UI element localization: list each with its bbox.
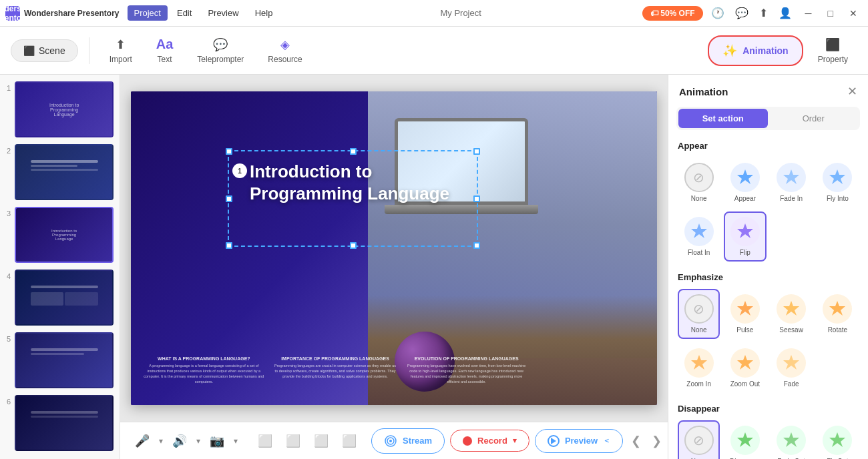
record-button[interactable]: Record ▾ — [450, 430, 529, 452]
svg-marker-5 — [829, 169, 845, 184]
camera-chevron-icon[interactable]: ▾ — [234, 436, 238, 446]
svg-point-2 — [389, 440, 392, 442]
record-chevron-icon: ▾ — [513, 436, 517, 445]
slide-item-3[interactable]: 3 Introduction toProgrammingLanguage — [5, 205, 114, 264]
resource-icon: ◈ — [280, 37, 290, 52]
emphasize-none-label: None — [691, 326, 707, 334]
emphasize-zoom-out-label: Zoom Out — [730, 380, 760, 388]
speaker-chevron-icon[interactable]: ▾ — [196, 436, 200, 446]
record-label: Record — [477, 436, 507, 446]
appear-float-in[interactable]: Float In — [678, 211, 720, 262]
slide-thumb-content-2 — [16, 145, 112, 199]
svg-marker-12 — [737, 355, 753, 370]
emphasize-none[interactable]: ⊘ None — [678, 289, 720, 339]
disappear-section-title: Disappear — [678, 404, 859, 414]
tab-set-action[interactable]: Set action — [678, 109, 768, 128]
menu-help[interactable]: Help — [248, 5, 280, 21]
slide-item-6[interactable]: 6 — [5, 394, 114, 452]
mic-chevron-icon[interactable]: ▾ — [159, 436, 163, 446]
emphasize-pulse[interactable]: Pulse — [724, 289, 766, 339]
property-button[interactable]: ⬛ Property — [809, 32, 857, 69]
nav-prev-button[interactable]: ❮ — [628, 431, 644, 451]
emphasize-fade[interactable]: Fade — [771, 343, 813, 393]
menu-preview[interactable]: Preview — [201, 5, 245, 21]
animation-button[interactable]: ✨ Animation — [708, 35, 803, 66]
slide-thumb-4 — [15, 270, 114, 326]
chat-icon[interactable]: 💬 — [732, 4, 751, 22]
preview-icon — [548, 435, 560, 447]
maximize-button[interactable]: □ — [823, 5, 839, 21]
emphasize-rotate[interactable]: Rotate — [817, 289, 859, 339]
promo-button[interactable]: 🏷 50% OFF — [642, 6, 703, 21]
appear-none[interactable]: ⊘ None — [678, 157, 720, 207]
col3-heading: Evolution of programming languages — [404, 356, 529, 361]
main-content: 1 Introduction toProgrammingLanguage 2 — [0, 75, 868, 459]
minimize-button[interactable]: ─ — [800, 5, 817, 21]
disappear-none[interactable]: ⊘ None — [678, 420, 720, 459]
mic-button[interactable]: 🎤 — [131, 431, 154, 451]
speaker-button[interactable]: 🔊 — [168, 431, 191, 451]
slide-num-6: 6 — [7, 398, 11, 406]
toolbar-text[interactable]: Aa Text — [147, 31, 183, 69]
appear-fly-into[interactable]: Fly Into — [817, 157, 859, 207]
slide-content-columns: What is a programming language? A progra… — [142, 356, 529, 385]
layout-button-1[interactable]: ⬜ — [254, 431, 276, 451]
close-button[interactable]: ✕ — [844, 5, 863, 21]
text-label: Text — [158, 55, 172, 64]
menu-edit[interactable]: Edit — [170, 5, 198, 21]
appear-fade-in[interactable]: Fade In — [771, 157, 813, 207]
nav-next-button[interactable]: ❯ — [649, 431, 664, 451]
slide-canvas[interactable]: 1 Introduction to Programming Language W… — [131, 91, 657, 405]
preview-button[interactable]: Preview ＜ — [535, 429, 623, 453]
slide-thumb-content-6 — [16, 396, 112, 450]
layout-button-4[interactable]: ⬜ — [338, 431, 361, 451]
emphasize-zoom-in[interactable]: Zoom In — [678, 343, 720, 393]
import-icon: ⬆ — [116, 37, 126, 52]
camera-button[interactable]: 📷 — [206, 431, 228, 451]
project-title: My Project — [282, 8, 640, 18]
slide-item-5[interactable]: 5 — [5, 331, 114, 390]
toolbar-import[interactable]: ⬆ Import — [100, 32, 142, 69]
scene-icon: ⬛ — [23, 45, 35, 56]
appear-appear[interactable]: Appear — [724, 157, 766, 207]
emphasize-pulse-icon — [730, 294, 760, 324]
emphasize-zoom-in-icon — [684, 348, 714, 378]
appear-fly-into-icon — [823, 163, 852, 192]
disappear-disappear[interactable]: Disappear — [724, 420, 766, 459]
emphasize-section-title: Emphasize — [678, 272, 859, 282]
toolbar-resource[interactable]: ◈ Resource — [258, 32, 311, 69]
account-icon[interactable]: 👤 — [776, 4, 795, 22]
stream-button[interactable]: Stream — [371, 428, 445, 454]
slide-title-line1: Introduction to — [250, 161, 449, 183]
slide-item-1[interactable]: 1 Introduction toProgrammingLanguage — [5, 80, 114, 139]
emphasize-seesaw[interactable]: Seesaw — [771, 289, 813, 339]
tab-order[interactable]: Order — [769, 109, 859, 128]
appear-flip[interactable]: Flip — [724, 211, 766, 262]
layout-button-3[interactable]: ⬜ — [310, 431, 333, 451]
col2-heading: Importance of programming languages — [273, 356, 398, 361]
toolbar-teleprompter[interactable]: 💬 Teleprompter — [188, 32, 253, 69]
scene-button[interactable]: ⬛ Scene — [11, 39, 78, 62]
appear-flip-label: Flip — [740, 249, 750, 256]
share-icon[interactable]: ⬆ — [756, 4, 771, 22]
emphasize-grid: ⊘ None Pulse Seesaw — [678, 289, 859, 393]
animation-label: Animation — [742, 45, 788, 56]
slide-num-2: 2 — [7, 147, 11, 155]
menu-project[interactable]: Project — [128, 5, 168, 21]
slide-item-4[interactable]: 4 — [5, 268, 114, 327]
panel-close-button[interactable]: ✕ — [847, 84, 857, 99]
disappear-none-icon: ⊘ — [684, 426, 714, 455]
app-logo: Wondershare Presentory Wondershare Prese… — [5, 6, 120, 21]
slide-item-2[interactable]: 2 — [5, 143, 114, 201]
preview-play-icon — [551, 438, 556, 444]
emphasize-rotate-icon — [823, 294, 852, 324]
layout-button-2[interactable]: ⬜ — [282, 431, 304, 451]
disappear-fade-out[interactable]: Fade Out — [771, 420, 813, 459]
appear-section-title: Appear — [678, 141, 859, 151]
col1-body: A programming language is a formal langu… — [142, 364, 266, 385]
clock-icon[interactable]: 🕐 — [708, 4, 727, 22]
emphasize-zoom-out[interactable]: Zoom Out — [724, 343, 766, 393]
disappear-disappear-icon — [730, 426, 760, 455]
disappear-fly-out[interactable]: Fly Out — [817, 420, 859, 459]
panel-header: Animation ✕ — [668, 75, 868, 99]
